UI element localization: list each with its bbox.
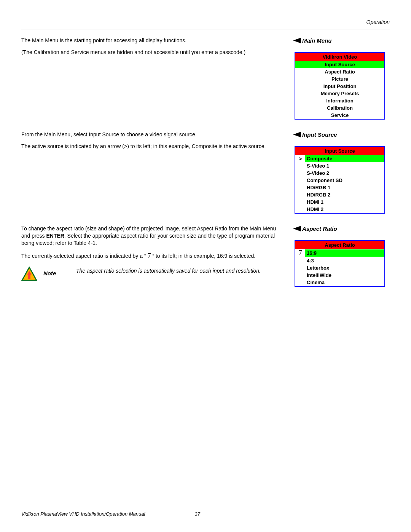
para-text: ” to its left; in this example, 16:9 is … [151,253,256,259]
page-content: The Main Menu is the starting point for … [21,37,390,503]
menu-item[interactable]: Aspect Ratio [295,68,384,75]
menu-item-label: Information [295,97,384,104]
input-source-heading: ◀ Input Source [295,131,390,138]
svg-rect-1 [28,275,30,279]
active-indicator-icon: > [295,156,305,162]
menu-item-label: IntelliWide [305,272,384,279]
aspect-ratio-para2: The currently-selected aspect ratio is i… [21,251,283,260]
menu-item[interactable]: S-Video 2 [295,169,384,177]
menu-item[interactable]: Picture [295,75,384,83]
input-source-para2: The active source is indicated by an arr… [21,143,283,150]
menu-item-label: Service [295,112,384,119]
aspect-ratio-heading: ◀ Aspect Ratio [295,225,390,232]
input-source-heading-text: Input Source [302,131,337,138]
menu-item-label: HD/RGB 1 [305,184,384,191]
main-menu-box: Vidikron Video Input Source Aspect Ratio… [295,52,385,120]
input-source-para1: From the Main Menu, select Input Source … [21,131,283,138]
header-rule [21,29,390,29]
menu-item[interactable]: Memory Presets [295,90,384,97]
arrow-left-icon: ◀ [293,225,301,232]
footer-title: Vidikron PlasmaView VHD Installation/Ope… [21,511,145,517]
aspect-ratio-right: ◀ Aspect Ratio Aspect Ratio 7 16:9 4:3 [295,225,390,287]
selected-indicator-icon: 7 [295,249,305,257]
menu-item[interactable]: Information [295,97,384,104]
menu-item-label: 16:9 [305,249,384,257]
main-menu-para2: (The Calibration and Service menus are h… [21,49,283,56]
menu-item[interactable]: > Composite [295,155,384,162]
menu-item-label: HDMI 2 [305,206,384,213]
para-text: The currently-selected aspect ratio is i… [21,253,148,259]
aspect-ratio-heading-text: Aspect Ratio [302,225,337,232]
menu-item-label: Component SD [305,177,384,184]
section-main-menu: The Main Menu is the starting point for … [21,37,390,120]
menu-item[interactable]: 4:3 [295,257,384,264]
menu-item[interactable]: Component SD [295,177,384,184]
menu-item[interactable]: S-Video 1 [295,162,384,169]
selected-symbol: 7 [148,252,151,260]
main-menu-title: Vidikron Video [295,53,384,61]
aspect-ratio-box: Aspect Ratio 7 16:9 4:3 Letterbox [295,240,385,287]
para-bold: ENTER [46,233,64,239]
input-source-text: From the Main Menu, select Input Source … [21,131,295,155]
menu-item[interactable]: Input Source [295,61,384,68]
note-label: Note [43,267,70,277]
menu-item-label: Memory Presets [295,90,384,97]
menu-item[interactable]: Calibration [295,104,384,112]
input-source-right: ◀ Input Source Input Source > Composite … [295,131,390,214]
main-menu-heading: ◀ Main Menu [295,37,390,44]
menu-item-label: Cinema [305,279,384,286]
menu-item-label: Picture [295,75,384,83]
menu-item[interactable]: 7 16:9 [295,249,384,257]
main-menu-para1: The Main Menu is the starting point for … [21,37,283,44]
menu-item[interactable]: Letterbox [295,264,384,272]
aspect-ratio-para1: To change the aspect ratio (size and sha… [21,225,283,247]
menu-item[interactable]: HD/RGB 2 [295,191,384,198]
menu-item-label: HDMI 1 [305,198,384,206]
menu-item-label: Aspect Ratio [295,68,384,75]
section-input-source: From the Main Menu, select Input Source … [21,131,390,214]
page-number: 37 [194,511,200,517]
menu-item-label: Input Position [295,83,384,90]
aspect-ratio-text: To change the aspect ratio (size and sha… [21,225,295,281]
menu-item-label: S-Video 1 [305,162,384,169]
page-footer: Vidikron PlasmaView VHD Installation/Ope… [21,503,390,517]
menu-item[interactable]: HDMI 2 [295,206,384,213]
input-source-box: Input Source > Composite S-Video 1 S-Vid… [295,146,385,214]
main-menu-right: ◀ Main Menu Vidikron Video Input Source … [295,37,390,120]
running-header: Operation [21,19,390,25]
menu-item-label: 4:3 [305,257,384,264]
section-aspect-ratio: To change the aspect ratio (size and sha… [21,225,390,287]
menu-item[interactable]: Input Position [295,83,384,90]
main-menu-text: The Main Menu is the starting point for … [21,37,295,61]
note-triangle-icon [21,267,37,281]
menu-item[interactable]: HDMI 1 [295,198,384,206]
menu-item-label: Composite [305,155,384,162]
menu-item-label: Calibration [295,104,384,112]
menu-item[interactable]: Service [295,112,384,119]
menu-item[interactable]: HD/RGB 1 [295,184,384,191]
aspect-ratio-title: Aspect Ratio [295,241,384,249]
input-source-title: Input Source [295,147,384,155]
menu-item-label: Letterbox [305,264,384,272]
menu-item-label: Input Source [295,61,384,68]
menu-item-label: S-Video 2 [305,169,384,177]
arrow-left-icon: ◀ [293,37,301,43]
note-text: The aspect ratio selection is automatica… [76,267,283,275]
main-menu-heading-text: Main Menu [302,37,332,44]
arrow-left-icon: ◀ [293,131,301,137]
menu-item[interactable]: IntelliWide [295,272,384,279]
note-block: Note The aspect ratio selection is autom… [21,267,283,281]
menu-item-label: HD/RGB 2 [305,191,384,198]
menu-item[interactable]: Cinema [295,279,384,286]
